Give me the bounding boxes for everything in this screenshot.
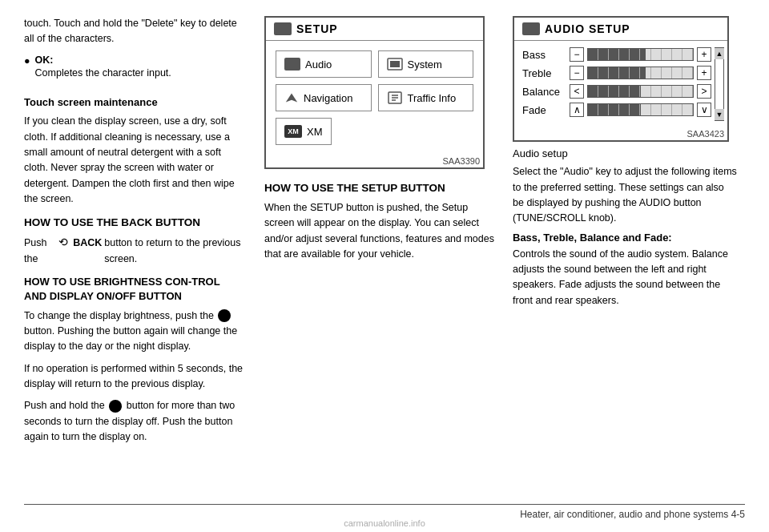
setup-header-text: SETUP (296, 22, 338, 35)
ok-content: OK: Completes the character input. (35, 54, 171, 87)
bass-plus-btn[interactable]: + (697, 47, 711, 62)
right-column: AUDIO SETUP Bass − (505, 16, 737, 516)
page-container: touch. Touch and hold the "Delete" key t… (0, 0, 769, 532)
audio-screenshot: AUDIO SETUP Bass − (513, 16, 729, 142)
treble-label: Treble (522, 67, 566, 79)
setup-xm-btn[interactable]: XM XM (276, 118, 332, 145)
setup-grid: Audio System Navigation (266, 41, 483, 155)
audio-controls: Bass − (514, 41, 727, 127)
back-para2: button to return to the previous screen. (104, 236, 244, 267)
setup-saa-label: SAA3390 (266, 155, 483, 167)
back-icon: ⟲ (58, 234, 68, 252)
audio-row-balance: Balance < (522, 84, 711, 99)
back-heading: HOW TO USE THE BACK BUTTON (24, 216, 244, 231)
footer-text: Heater, air conditioner, audio and phone… (520, 509, 745, 520)
setup-nav-btn[interactable]: Navigation (276, 84, 372, 111)
audio-header-icon (522, 22, 540, 35)
fade-down-btn[interactable]: ∨ (697, 103, 711, 117)
brightness-heading: HOW TO USE BRIGHTNESS CON-TROL AND DISPL… (24, 275, 244, 304)
setup-audio-label: Audio (305, 58, 332, 71)
fade-label: Fade (522, 104, 566, 116)
brightness-para1: To change the display brightness, push t… (24, 308, 244, 355)
audio-header-text: AUDIO SETUP (545, 22, 630, 35)
audio-setup-heading: Audio setup (513, 147, 737, 161)
brightness-para3: If no operation is performed within 5 se… (24, 361, 244, 393)
audio-row-bass: Bass − (522, 47, 711, 62)
setup-traffic-label: Traffic Info (408, 92, 457, 104)
treble-minus-btn[interactable]: − (570, 66, 584, 80)
brightness-heading-text: HOW TO USE BRIGHTNESS CON-TROL AND DISPL… (24, 276, 219, 302)
setup-system-label: System (408, 58, 442, 71)
bass-bar-lines (588, 49, 693, 60)
audio-setup-para1: Select the "Audio" key to adjust the fol… (513, 164, 737, 227)
touch-heading: Touch screen maintenance (24, 95, 244, 110)
system-btn-icon (387, 58, 403, 71)
audio-row-treble: Treble − (522, 66, 711, 80)
setup-system-btn[interactable]: System (378, 50, 474, 78)
brightness-para1-text: To change the display brightness, push t… (24, 310, 214, 321)
middle-column: SETUP Audio System (256, 16, 505, 516)
traffic-btn-icon (387, 91, 403, 104)
setup-audio-btn[interactable]: Audio (276, 50, 372, 78)
ok-label: OK: (35, 54, 54, 66)
setup-section-heading: HOW TO USE THE SETUP BUTTON (264, 181, 497, 196)
setup-traffic-btn[interactable]: Traffic Info (378, 84, 474, 111)
setup-para: When the SETUP button is pushed, the Set… (264, 200, 497, 263)
brightness-icon2 (109, 400, 122, 413)
fade-bar-lines (588, 104, 693, 115)
setup-xm-label: XM (307, 126, 323, 138)
balance-left-btn[interactable]: < (570, 84, 584, 99)
scrollbar-down-btn[interactable]: ▼ (715, 109, 724, 120)
setup-header-icon (274, 22, 292, 35)
ok-desc: Completes the character input. (35, 66, 171, 81)
brightness-icon (218, 309, 231, 322)
bass-bar (587, 48, 694, 61)
back-para1: Push the (24, 236, 56, 267)
page-footer: Heater, air conditioner, audio and phone… (24, 504, 745, 520)
audio-btn-icon (284, 58, 300, 71)
fade-up-btn[interactable]: ∧ (570, 103, 584, 117)
touch-para: If you clean the display screen, use a d… (24, 114, 244, 207)
back-label: BACK (73, 236, 102, 251)
brightness-para4: Push and hold the button for more than t… (24, 398, 244, 445)
treble-bar (587, 66, 694, 79)
setup-header: SETUP (266, 18, 483, 41)
left-column: touch. Touch and hold the "Delete" key t… (24, 16, 256, 516)
btbf-heading: Bass, Treble, Balance and Fade: (513, 232, 737, 244)
bass-minus-btn[interactable]: − (570, 47, 584, 62)
nav-btn-icon (284, 91, 299, 104)
treble-bar-lines (588, 67, 693, 79)
balance-right-btn[interactable]: > (697, 84, 711, 99)
ok-bullet: ● OK: Completes the character input. (24, 54, 244, 87)
watermark: carmanualonline.info (344, 518, 425, 528)
balance-label: Balance (522, 86, 566, 98)
audio-setup-para2: Controls the sound of the audio system. … (513, 247, 737, 309)
back-button-line: Push the ⟲ BACK button to return to the … (24, 234, 244, 267)
audio-saa-label: SAA3423 (514, 127, 727, 140)
setup-screenshot: SETUP Audio System (264, 16, 485, 169)
fade-bar (587, 103, 694, 116)
audio-scrollbar: ▲ ▼ (715, 47, 724, 121)
intro-text: touch. Touch and hold the "Delete" key t… (24, 16, 244, 47)
balance-bar (587, 85, 694, 98)
treble-plus-btn[interactable]: + (697, 66, 711, 80)
svg-rect-1 (390, 61, 400, 67)
brightness-para4-text: Push and hold the (24, 400, 105, 411)
bass-label: Bass (522, 49, 566, 61)
xm-btn-icon: XM (284, 125, 302, 138)
balance-bar-lines (588, 86, 693, 97)
scrollbar-up-btn[interactable]: ▲ (715, 48, 724, 59)
brightness-para2-text: button. Pushing the button again will ch… (24, 325, 237, 352)
audio-row-fade: Fade ∧ (522, 103, 711, 117)
bullet-dot: ● (24, 54, 30, 69)
audio-header: AUDIO SETUP (514, 18, 727, 41)
setup-nav-label: Navigation (304, 92, 352, 104)
